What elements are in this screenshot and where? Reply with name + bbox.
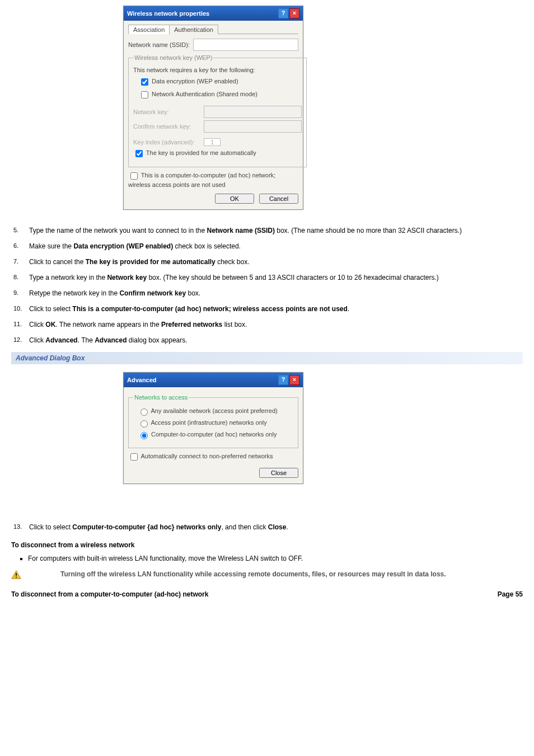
chk-auto-connect-label: Automatically connect to non-preferred n… — [140, 453, 273, 459]
networks-access-legend: Networks to access — [133, 394, 189, 401]
chk-data-encryption[interactable] — [141, 78, 148, 86]
step-item: 6.Make sure the Data encryption (WEP ena… — [11, 242, 523, 250]
footer-right: Page 55 — [498, 590, 523, 598]
steps-list-2: 13.Click to select Computer-to-computer … — [11, 523, 523, 531]
radio-any-available[interactable] — [140, 408, 148, 416]
chk-adhoc[interactable] — [130, 172, 138, 180]
step-text: Click OK. The network name appears in th… — [29, 321, 247, 328]
warning-icon — [11, 570, 21, 579]
help-icon[interactable]: ? — [278, 8, 288, 18]
ssid-label: Network name (SSID): — [128, 41, 190, 48]
step-item: 13.Click to select Computer-to-computer … — [11, 523, 523, 531]
tab-authentication[interactable]: Authentication — [169, 25, 218, 34]
step-item: 9.Retype the network key in the Confirm … — [11, 289, 523, 297]
close-icon[interactable]: × — [289, 8, 299, 18]
bullet-list-disconnect: For computers with built-in wireless LAN… — [11, 555, 523, 562]
chk-auto-key[interactable] — [135, 150, 143, 157]
chk-net-auth-label: Network Authentication (Shared mode) — [152, 91, 257, 97]
wep-group: Wireless network key (WEP) This network … — [128, 54, 307, 167]
radio-adhoc-only[interactable] — [140, 432, 148, 439]
confirm-key-label: Confirm network key: — [133, 123, 200, 130]
step-number: 10. — [13, 305, 22, 312]
network-key-label: Network key: — [133, 109, 200, 115]
help-icon[interactable]: ? — [278, 375, 288, 385]
step-number: 9. — [13, 289, 18, 296]
dialog-title: Wireless network properties — [127, 10, 209, 17]
step-text: Click to select Computer-to-computer {ad… — [29, 523, 288, 531]
step-text: Click to cancel the The key is provided … — [29, 258, 250, 266]
svg-rect-2 — [16, 577, 17, 578]
cancel-button[interactable]: Cancel — [259, 194, 298, 204]
page-footer: To disconnect from a computer-to-compute… — [11, 590, 523, 598]
radio-adhoc-only-label: Computer-to-computer (ad hoc) networks o… — [151, 431, 277, 438]
advanced-dialog: Advanced ? × Networks to access Any avai… — [123, 372, 303, 484]
step-text: Retype the network key in the Confirm ne… — [29, 289, 200, 297]
step-text: Click to select This is a computer-to-co… — [29, 305, 349, 313]
networks-access-group: Networks to access Any available network… — [128, 394, 298, 448]
bullet-item: For computers with built-in wireless LAN… — [28, 555, 523, 562]
radio-access-point[interactable] — [140, 420, 148, 428]
step-number: 8. — [13, 274, 18, 280]
warning-box: Turning off the wireless LAN functionali… — [11, 570, 523, 579]
step-text: Make sure the Data encryption (WEP enabl… — [29, 242, 241, 250]
step-number: 5. — [13, 227, 18, 233]
ok-button[interactable]: OK — [215, 194, 254, 204]
radio-any-available-label: Any available network (access point pref… — [151, 407, 277, 414]
step-number: 6. — [13, 242, 18, 249]
section-header-advanced: Advanced Dialog Box — [11, 352, 523, 364]
ssid-input[interactable] — [193, 39, 298, 51]
steps-list-1: 5.Type the name of the network you want … — [11, 227, 523, 344]
radio-access-point-label: Access point (infrastructure) networks o… — [151, 419, 266, 426]
chk-auto-connect[interactable] — [130, 453, 138, 461]
step-number: 12. — [13, 336, 22, 343]
close-button[interactable]: Close — [259, 468, 298, 478]
keyindex-stepper[interactable]: 1 — [204, 138, 221, 146]
step-number: 11. — [13, 321, 22, 327]
wep-caption: This network requires a key for the foll… — [133, 67, 302, 73]
network-key-input[interactable] — [204, 106, 302, 118]
keyindex-label: Key index (advanced): — [133, 139, 200, 145]
svg-rect-1 — [16, 573, 17, 575]
step-text: Click Advanced. The Advanced dialog box … — [29, 336, 188, 344]
step-item: 7.Click to cancel the The key is provide… — [11, 258, 523, 266]
chk-adhoc-label: This is a computer-to-computer (ad hoc) … — [128, 172, 275, 188]
step-item: 5.Type the name of the network you want … — [11, 227, 523, 234]
chk-net-auth[interactable] — [141, 91, 148, 98]
warning-text: Turning off the wireless LAN functionali… — [60, 570, 446, 578]
close-icon[interactable]: × — [289, 375, 299, 385]
step-number: 13. — [13, 523, 22, 530]
step-item: 12.Click Advanced. The Advanced dialog b… — [11, 336, 523, 344]
step-text: Type the name of the network you want to… — [29, 227, 462, 234]
footer-left: To disconnect from a computer-to-compute… — [11, 590, 208, 598]
step-text: Type a network key in the Network key bo… — [29, 274, 439, 281]
dialog2-title: Advanced — [127, 377, 157, 383]
tab-association[interactable]: Association — [128, 25, 170, 34]
dialog2-titlebar: Advanced ? × — [124, 373, 303, 387]
chk-auto-key-label: The key is provided for me automatically — [146, 149, 256, 156]
wep-legend: Wireless network key (WEP) — [133, 54, 213, 61]
confirm-key-input[interactable] — [204, 120, 302, 133]
step-item: 11.Click OK. The network name appears in… — [11, 321, 523, 328]
step-item: 8.Type a network key in the Network key … — [11, 274, 523, 281]
chk-data-encryption-label: Data encryption (WEP enabled) — [152, 78, 238, 84]
subheading-disconnect: To disconnect from a wireless network — [11, 541, 523, 549]
wireless-properties-dialog: Wireless network properties ? × Associat… — [123, 6, 303, 210]
step-number: 7. — [13, 258, 18, 265]
step-item: 10.Click to select This is a computer-to… — [11, 305, 523, 313]
dialog-titlebar: Wireless network properties ? × — [124, 6, 303, 21]
